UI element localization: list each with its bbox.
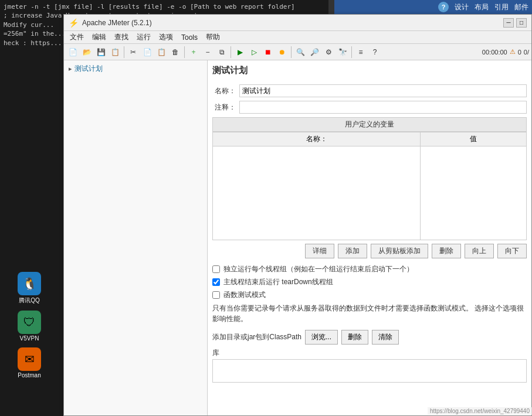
action-buttons: 详细 添加 从剪贴板添加 删除 向上 向下 [212, 244, 527, 258]
tb-copy[interactable]: 📄 [141, 46, 154, 59]
tb-new[interactable]: 📄 [66, 46, 79, 59]
taskbar: 🐧 腾讯QQ 🛡 V5VPN ✉ Postman [0, 270, 59, 381]
tree-item-test-plan[interactable]: ▸ 测试计划 [66, 63, 205, 75]
cp-clear-button[interactable]: 清除 [372, 330, 399, 345]
tree-panel: ▸ 测试计划 [64, 60, 208, 415]
help-icon[interactable]: ? [438, 2, 449, 12]
tree-expand-icon: ▸ [69, 65, 72, 73]
classpath-label: 添加目录或jar包到ClassPath [212, 332, 301, 342]
independent-thread-checkbox[interactable] [212, 265, 220, 273]
toolbar-sep5 [351, 46, 352, 58]
elapsed-time: 00:00:00 [482, 49, 507, 56]
qq-label: 腾讯QQ [19, 296, 40, 305]
teardown-thread-label: 主线程结束后运行 tearDown线程组 [223, 277, 333, 287]
up-button[interactable]: 向上 [465, 244, 494, 258]
toolbar-sep1 [124, 46, 124, 58]
topbar-menu-mail[interactable]: 邮件 [514, 2, 528, 12]
vpn-label: V5VPN [20, 335, 39, 342]
toolbar-sep3 [231, 46, 231, 58]
tb-paste[interactable]: 📋 [155, 46, 168, 59]
tb-open[interactable]: 📂 [80, 46, 93, 59]
jmeter-title: Apache JMeter (5.2.1) [82, 19, 152, 27]
variables-table: 名称： 值 [212, 132, 527, 240]
top-bar: ? 设计 布局 引用 邮件 [334, 0, 532, 14]
tb-save[interactable]: 💾 [94, 46, 107, 59]
menu-file[interactable]: 文件 [66, 31, 87, 43]
menu-tools[interactable]: Tools [178, 32, 201, 43]
taskbar-icon-qq[interactable]: 🐧 腾讯QQ [13, 272, 46, 305]
tb-duplicate[interactable]: ⧉ [215, 46, 228, 59]
jmeter-app-icon: ⚡ [69, 18, 79, 28]
teardown-thread-checkbox[interactable] [212, 278, 220, 286]
table-cell-value [421, 146, 527, 240]
tb-saveas[interactable]: 📋 [109, 46, 121, 59]
warn-icon: ⚠ [510, 48, 516, 56]
tb-stop[interactable]: ⏹ [262, 46, 275, 59]
checkbox-row-1: 独立运行每个线程组（例如在一个组运行结束后启动下一个） [212, 264, 527, 274]
detail-button[interactable]: 详细 [305, 244, 334, 258]
jmeter-window: ⚡ Apache JMeter (5.2.1) ─ □ 文件 编辑 查找 运行 … [63, 14, 532, 416]
name-label: 名称： [212, 86, 236, 96]
tb-shutdown[interactable]: ⏺ [276, 46, 289, 59]
tb-func[interactable]: ⚙ [322, 46, 335, 59]
menu-find[interactable]: 查找 [111, 31, 132, 43]
add-button[interactable]: 添加 [338, 244, 367, 258]
minimize-button[interactable]: ─ [503, 18, 514, 28]
description-text: 只有当你需要记录每个请求从服务器取得的数据到文件时才需要选择函数测试模式。 选择… [212, 303, 527, 324]
tb-minus[interactable]: − [201, 46, 214, 59]
table-row-empty [213, 146, 527, 240]
delete-button[interactable]: 删除 [432, 244, 461, 258]
postman-label: Postman [18, 372, 40, 379]
vpn-icon: 🛡 [18, 311, 41, 334]
taskbar-icon-vpn[interactable]: 🛡 V5VPN [13, 311, 46, 342]
watermark: https://blog.csdn.net/weixin_42799440 [428, 407, 532, 415]
error-count: 0/ [524, 49, 529, 56]
tb-cut[interactable]: ✂ [127, 46, 140, 59]
variables-section-title: 用户定义的变量 [212, 117, 527, 132]
main-content: ▸ 测试计划 测试计划 名称： 注释： 用户定义的变量 名称： [64, 60, 531, 415]
topbar-menu-ref[interactable]: 引用 [494, 2, 509, 12]
tb-search[interactable]: 🔭 [336, 46, 349, 59]
table-header-name: 名称： [213, 132, 421, 146]
toolbar-right: 00:00:00 ⚠ 0 0/ [482, 48, 529, 56]
lib-label: 库 [212, 348, 527, 358]
menu-options[interactable]: 选项 [155, 31, 177, 43]
comment-input[interactable] [239, 101, 527, 114]
lib-box [212, 359, 527, 383]
tb-start-no-pause[interactable]: ▷ [248, 46, 260, 59]
tb-help[interactable]: ? [368, 46, 381, 59]
menu-run[interactable]: 运行 [133, 31, 154, 43]
tb-clear-all[interactable]: 🔎 [308, 46, 321, 59]
independent-thread-label: 独立运行每个线程组（例如在一个组运行结束后启动下一个） [223, 264, 414, 274]
warn-count: 0 [518, 49, 521, 56]
tb-start[interactable]: ▶ [233, 46, 246, 59]
paste-button[interactable]: 从剪贴板添加 [371, 244, 428, 258]
maximize-button[interactable]: □ [516, 18, 527, 28]
tb-add[interactable]: + [187, 46, 200, 59]
test-plan-label: 测试计划 [74, 64, 103, 74]
postman-icon: ✉ [18, 347, 41, 371]
table-cell-name [213, 146, 421, 240]
toolbar: 📄 📂 💾 📋 ✂ 📄 📋 🗑 + − ⧉ ▶ ▷ ⏹ ⏺ 🔍 🔎 ⚙ 🔭 ≡ … [64, 44, 531, 60]
menu-help[interactable]: 帮助 [202, 31, 223, 43]
tb-list[interactable]: ≡ [354, 46, 367, 59]
tb-clear[interactable]: 🔍 [294, 46, 307, 59]
title-bar: ⚡ Apache JMeter (5.2.1) ─ □ [64, 15, 531, 31]
cp-delete-button[interactable]: 删除 [341, 330, 368, 345]
taskbar-icon-postman[interactable]: ✉ Postman [13, 347, 46, 379]
functional-test-label: 函数测试模式 [223, 290, 266, 300]
functional-test-checkbox[interactable] [212, 291, 220, 299]
toolbar-sep2 [184, 46, 185, 58]
tb-delete[interactable]: 🗑 [169, 46, 182, 59]
name-row: 名称： [212, 84, 527, 97]
table-header-value: 值 [421, 132, 527, 146]
right-panel: 测试计划 名称： 注释： 用户定义的变量 名称： 值 [208, 60, 531, 415]
comment-label: 注释： [212, 103, 236, 112]
menu-edit[interactable]: 编辑 [89, 31, 110, 43]
browse-button[interactable]: 浏览... [305, 330, 338, 345]
topbar-menu-layout[interactable]: 布局 [475, 2, 489, 12]
terminal-line1: jmeter -n -t [jmx file] -l [results file… [4, 2, 331, 11]
name-input[interactable] [239, 84, 527, 97]
down-button[interactable]: 向下 [497, 244, 527, 258]
topbar-menu-design[interactable]: 设计 [455, 2, 469, 12]
